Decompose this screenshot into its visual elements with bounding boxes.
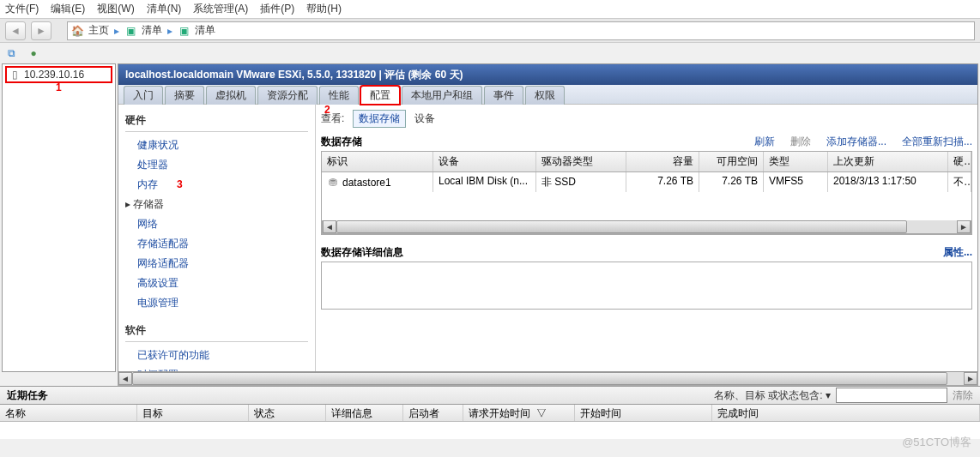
col-updated[interactable]: 上次更新 <box>828 152 948 171</box>
content-pane: localhost.localdomain VMware ESXi, 5.5.0… <box>118 63 978 372</box>
config-side-panel: 硬件 健康状况 处理器 内存 存储器 网络 存储适配器 网络适配器 高级设置 电… <box>118 105 316 371</box>
inventory-tree: ▯ 10.239.10.16 1 <box>2 63 116 372</box>
scroll-right-icon[interactable]: ► <box>957 220 971 233</box>
scroll-track[interactable] <box>336 220 957 233</box>
back-button[interactable]: ◄ <box>5 21 26 40</box>
detail-header: 数据存储详细信息 属性... <box>321 244 972 262</box>
tcol-requested[interactable]: 请求开始时间 ▽ <box>463 405 575 421</box>
tab-performance[interactable]: 性能 <box>319 86 359 105</box>
action-add-storage[interactable]: 添加存储器... <box>826 135 886 149</box>
chevron-right-icon: ▸ <box>167 25 172 37</box>
cell-free: 7.26 TB <box>699 172 764 192</box>
tab-vms[interactable]: 虚拟机 <box>206 86 256 105</box>
view-row: 查看: 数据存储 设备 <box>321 108 972 133</box>
action-rescan-all[interactable]: 全部重新扫描... <box>902 135 972 149</box>
hw-power-mgmt[interactable]: 电源管理 <box>125 293 308 313</box>
col-id[interactable]: 标识 <box>322 152 433 171</box>
hw-storage-adapter[interactable]: 存储适配器 <box>125 234 308 254</box>
scroll-left-icon[interactable]: ◄ <box>118 372 132 385</box>
col-free[interactable]: 可用空间 <box>699 152 764 171</box>
tcol-target[interactable]: 目标 <box>137 405 249 421</box>
grid-body[interactable]: ⛃ datastore1 Local IBM Disk (n... 非 SSD … <box>322 172 971 220</box>
filter-clear[interactable]: 清除 <box>953 388 973 403</box>
tcol-details[interactable]: 详细信息 <box>326 405 403 421</box>
recent-tasks-filter: 名称、目标 或状态包含: ▾ 清除 <box>714 388 973 403</box>
datastore-actions: 刷新 删除 添加存储器... 全部重新扫描... <box>754 135 972 149</box>
hw-memory[interactable]: 内存 <box>125 175 308 195</box>
arrow-left-icon: ◄ <box>10 25 21 37</box>
col-hwaccel[interactable]: 硬件加速 <box>948 152 971 171</box>
tab-configuration[interactable]: 配置 <box>360 86 400 105</box>
menu-file[interactable]: 文件(F) <box>5 2 39 16</box>
datastore-header: 数据存储 刷新 删除 添加存储器... 全部重新扫描... <box>321 133 972 151</box>
tab-resource-alloc[interactable]: 资源分配 <box>257 86 318 105</box>
menu-plugins[interactable]: 插件(P) <box>260 2 294 16</box>
tab-permissions[interactable]: 权限 <box>525 86 565 105</box>
cell-hwaccel: 不受支持 <box>948 172 971 192</box>
tab-getting-started[interactable]: 入门 <box>124 86 163 105</box>
tab-local-users[interactable]: 本地用户和组 <box>402 86 482 105</box>
tcol-start[interactable]: 开始时间 <box>575 405 712 421</box>
tcol-initiator[interactable]: 启动者 <box>403 405 463 421</box>
scroll-thumb[interactable] <box>336 220 907 233</box>
col-type[interactable]: 类型 <box>764 152 828 171</box>
menu-view[interactable]: 视图(W) <box>97 2 134 16</box>
tcol-complete[interactable]: 完成时间 <box>712 405 980 421</box>
menu-help[interactable]: 帮助(H) <box>306 2 342 16</box>
cell-capacity: 7.26 TB <box>626 172 699 192</box>
menu-admin[interactable]: 系统管理(A) <box>193 2 248 16</box>
action-properties[interactable]: 属性... <box>943 245 972 260</box>
content-hscroll[interactable]: ◄ ► <box>118 372 978 386</box>
secondary-toolbar: ⧉ ● <box>0 43 980 63</box>
hw-processors[interactable]: 处理器 <box>125 155 308 175</box>
annotation-3: 3 <box>177 178 183 190</box>
forward-button[interactable]: ► <box>31 21 51 40</box>
table-row[interactable]: ⛃ datastore1 Local IBM Disk (n... 非 SSD … <box>322 172 971 192</box>
action-refresh[interactable]: 刷新 <box>754 135 775 149</box>
tab-events[interactable]: 事件 <box>484 86 523 105</box>
cell-updated: 2018/3/13 1:17:50 <box>828 172 948 192</box>
hw-advanced[interactable]: 高级设置 <box>125 274 308 293</box>
section-software: 软件 <box>125 320 308 342</box>
datastore-title: 数据存储 <box>321 135 362 149</box>
col-device[interactable]: 设备 <box>433 152 536 171</box>
breadcrumb-inventory1[interactable]: 清单 <box>142 23 162 38</box>
tab-row: 入门 摘要 虚拟机 资源分配 性能 配置 本地用户和组 事件 权限 2 <box>118 85 977 104</box>
datastore-grid: 标识 设备 驱动器类型 容量 可用空间 类型 上次更新 硬件加速 ⛃ <box>321 151 972 235</box>
tcol-status[interactable]: 状态 <box>249 405 326 421</box>
breadcrumb-home[interactable]: 主页 <box>88 23 109 38</box>
filter-input[interactable] <box>836 388 947 403</box>
breadcrumb-inventory2[interactable]: 清单 <box>195 23 215 38</box>
arrow-right-icon: ► <box>36 25 46 37</box>
sw-licensed[interactable]: 已获许可的功能 <box>125 346 308 365</box>
scroll-right-icon[interactable]: ► <box>964 372 977 385</box>
col-capacity[interactable]: 容量 <box>626 152 699 171</box>
hw-storage[interactable]: 存储器 <box>125 195 308 214</box>
new-vm-icon[interactable]: ⧉ <box>5 47 17 59</box>
globe-icon[interactable]: ● <box>27 47 39 59</box>
scroll-left-icon[interactable]: ◄ <box>323 220 336 233</box>
view-datastore[interactable]: 数据存储 <box>353 110 406 128</box>
tree-host[interactable]: ▯ 10.239.10.16 <box>5 66 112 83</box>
menu-bar: 文件(F) 编辑(E) 视图(W) 清单(N) 系统管理(A) 插件(P) 帮助… <box>0 0 980 19</box>
hw-network-adapter[interactable]: 网络适配器 <box>125 254 308 274</box>
col-drive-type[interactable]: 驱动器类型 <box>536 152 626 171</box>
home-icon[interactable]: 🏠 <box>71 25 83 37</box>
host-icon: ▯ <box>9 69 21 81</box>
annotation-1: 1 <box>56 81 62 93</box>
grid-hscroll[interactable]: ◄ ► <box>322 220 971 234</box>
hw-network[interactable]: 网络 <box>125 214 308 234</box>
sw-time[interactable]: 时间配置 <box>125 365 308 371</box>
scroll-track[interactable] <box>132 372 964 385</box>
menu-edit[interactable]: 编辑(E) <box>51 2 85 16</box>
datastore-icon: ⛃ <box>327 177 339 189</box>
detail-title: 数据存储详细信息 <box>321 245 403 260</box>
view-device[interactable]: 设备 <box>414 111 435 126</box>
tab-summary[interactable]: 摘要 <box>165 86 204 105</box>
action-delete[interactable]: 删除 <box>790 135 811 149</box>
hw-health[interactable]: 健康状况 <box>125 135 308 155</box>
tcol-name[interactable]: 名称 <box>0 405 137 421</box>
scroll-thumb[interactable] <box>132 372 947 385</box>
task-columns: 名称 目标 状态 详细信息 启动者 请求开始时间 ▽ 开始时间 完成时间 <box>0 405 980 422</box>
menu-inventory[interactable]: 清单(N) <box>147 2 182 16</box>
